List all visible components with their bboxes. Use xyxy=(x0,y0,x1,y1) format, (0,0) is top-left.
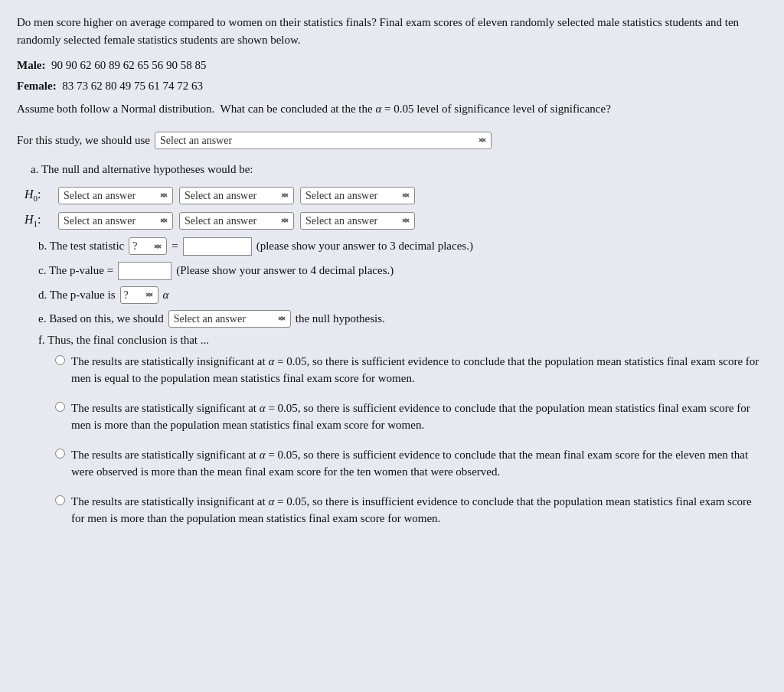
conclusion-text-1: The results are statistically insignific… xyxy=(71,353,767,387)
female-label: Female: xyxy=(17,80,57,92)
h0-row: H0: Select an answer Select an answer Se… xyxy=(24,187,767,204)
conclusion-radio-3[interactable] xyxy=(55,449,65,459)
part-c-suffix: (Please show your answer to 4 decimal pl… xyxy=(176,264,394,277)
conclusion-option-1: The results are statistically insignific… xyxy=(55,353,767,387)
male-scores-line: Male: 90 90 62 60 89 62 65 56 90 58 85 xyxy=(17,59,767,72)
p-value-input[interactable] xyxy=(118,262,172,280)
part-b-suffix: (please show your answer to 3 decimal pl… xyxy=(256,240,473,253)
main-container: Do men score higher on average compared … xyxy=(0,0,784,692)
p-value-comparison-select[interactable]: ? xyxy=(120,286,158,304)
part-e-row: e. Based on this, we should Select an an… xyxy=(38,310,767,328)
conclusion-option-3: The results are statistically significan… xyxy=(55,446,767,481)
h0-label: H0: xyxy=(24,188,52,203)
h0-select-1[interactable]: Select an answer xyxy=(58,187,173,204)
conclusion-option-2: The results are statistically significan… xyxy=(55,400,767,434)
part-d-label: d. The p-value is xyxy=(38,289,116,302)
conclusion-radio-2[interactable] xyxy=(55,402,65,412)
part-d-alpha: α xyxy=(163,289,169,302)
conclusion-section: The results are statistically insignific… xyxy=(55,353,767,527)
part-d-row: d. The p-value is ? α xyxy=(38,286,767,304)
conclusion-action-select[interactable]: Select an answer xyxy=(168,310,291,328)
study-use-line: For this study, we should use Select an … xyxy=(17,132,767,149)
h0-select-3[interactable]: Select an answer xyxy=(300,187,415,204)
part-c-label: c. The p-value = xyxy=(38,264,113,277)
parts-section: b. The test statistic ? = (please show y… xyxy=(38,237,767,347)
study-use-select[interactable]: Select an answer xyxy=(155,132,492,149)
alpha-text: Assume both follow a Normal distribution… xyxy=(17,100,767,118)
h1-select-2[interactable]: Select an answer xyxy=(179,212,294,230)
conclusion-text-3: The results are statistically significan… xyxy=(71,446,767,481)
test-statistic-input[interactable] xyxy=(183,237,252,256)
male-label: Male: xyxy=(17,59,45,71)
conclusion-radio-4[interactable] xyxy=(55,495,65,505)
part-c-row: c. The p-value = (Please show your answe… xyxy=(38,262,767,280)
intro-text: Do men score higher on average compared … xyxy=(17,14,767,48)
test-statistic-type-select[interactable]: ? xyxy=(129,237,167,255)
h1-row: H1: Select an answer Select an answer Se… xyxy=(24,212,767,230)
part-e-suffix: the null hypothesis. xyxy=(296,312,385,325)
h1-label: H1: xyxy=(24,213,52,228)
part-e-label: e. Based on this, we should xyxy=(38,312,164,325)
female-scores-line: Female: 83 73 62 80 49 75 61 74 72 63 xyxy=(17,80,767,93)
h0-select-2[interactable]: Select an answer xyxy=(179,187,294,204)
conclusion-text-2: The results are statistically significan… xyxy=(71,400,767,434)
part-b-equals: = xyxy=(172,240,178,253)
part-b-row: b. The test statistic ? = (please show y… xyxy=(38,237,767,256)
study-use-prefix: For this study, we should use xyxy=(17,134,150,147)
male-scores: 90 90 62 60 89 62 65 56 90 58 85 xyxy=(51,59,207,71)
part-b-label: b. The test statistic xyxy=(38,240,124,253)
female-scores: 83 73 62 80 49 75 61 74 72 63 xyxy=(62,80,203,92)
part-a-label: a. The null and alternative hypotheses w… xyxy=(31,163,767,176)
part-f-label-row: f. Thus, the final conclusion is that ..… xyxy=(38,334,767,347)
h1-select-1[interactable]: Select an answer xyxy=(58,212,173,230)
part-f-label: f. Thus, the final conclusion is that ..… xyxy=(38,334,209,347)
conclusion-text-4: The results are statistically insignific… xyxy=(71,493,767,527)
conclusion-option-4: The results are statistically insignific… xyxy=(55,493,767,527)
conclusion-radio-1[interactable] xyxy=(55,355,65,365)
h1-select-3[interactable]: Select an answer xyxy=(300,212,415,230)
